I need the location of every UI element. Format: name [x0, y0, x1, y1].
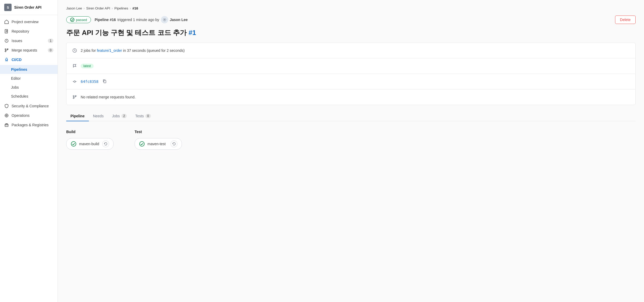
stage-test-label: Test — [135, 130, 182, 134]
info-row-jobs: 2 jobs for feature/1_order in 37 seconds… — [67, 43, 635, 58]
stage-test: Test maven-test — [135, 130, 182, 150]
sidebar-item-label: Pipelines — [11, 67, 53, 72]
svg-point-6 — [6, 115, 7, 116]
sidebar-item-operations[interactable]: Operations — [0, 111, 58, 120]
svg-point-11 — [164, 19, 165, 20]
svg-point-15 — [73, 95, 74, 97]
job-retry-button[interactable] — [102, 140, 109, 147]
svg-point-3 — [5, 51, 6, 52]
job-maven-build-label: maven-build — [79, 142, 100, 146]
sidebar-item-label: Issues — [12, 39, 45, 43]
job-maven-test[interactable]: maven-test — [135, 138, 182, 150]
sidebar-item-label: Repository — [12, 29, 53, 33]
job-retry-button-2[interactable] — [171, 140, 177, 147]
issue-number[interactable]: #1 — [188, 29, 196, 37]
page-title-text: 주문 API 기능 구현 및 테스트 코드 추가 — [66, 29, 187, 37]
sidebar-item-repository[interactable]: Repository — [0, 27, 58, 36]
sidebar-item-issues[interactable]: Issues 1 — [0, 36, 58, 46]
sidebar-item-editor[interactable]: Editor — [0, 74, 58, 83]
breadcrumb-pipelines[interactable]: Pipelines — [114, 6, 128, 10]
home-icon — [4, 19, 9, 24]
delete-button[interactable]: Delete — [615, 16, 636, 24]
svg-point-2 — [5, 49, 6, 50]
stage-build: Build maven-build — [66, 130, 114, 150]
sidebar: S Siren Order API Project overview Repos… — [0, 0, 58, 302]
sidebar-item-label: Merge requests — [12, 48, 45, 52]
branch-link[interactable]: feature/1_order — [97, 48, 122, 53]
job-status-passed-icon — [71, 141, 76, 147]
tab-jobs-label: Jobs — [112, 114, 120, 118]
issues-icon — [4, 38, 9, 43]
svg-point-13 — [74, 81, 75, 82]
tab-tests[interactable]: Tests 0 — [131, 111, 155, 121]
sidebar-item-packages-registries[interactable]: Packages & Registries — [0, 120, 58, 130]
job-maven-build[interactable]: maven-build — [66, 138, 114, 150]
tab-needs-label: Needs — [93, 114, 104, 118]
copy-hash-button[interactable] — [101, 79, 108, 84]
latest-badge: latest — [81, 64, 94, 68]
package-icon — [4, 123, 9, 127]
rocket-icon — [4, 57, 9, 62]
svg-rect-7 — [5, 124, 8, 127]
tab-tests-label: Tests — [135, 114, 144, 118]
tab-tests-badge: 0 — [145, 114, 151, 118]
project-avatar: S — [4, 4, 12, 11]
merge-requests-icon — [72, 94, 78, 100]
sidebar-item-cicd[interactable]: CI/CD — [0, 55, 58, 64]
pipeline-id: Pipeline #16 — [95, 18, 116, 22]
sidebar-item-label: Schedules — [11, 94, 53, 98]
info-card: 2 jobs for feature/1_order in 37 seconds… — [66, 43, 636, 105]
svg-rect-14 — [104, 80, 106, 83]
breadcrumb-sep-2: › — [112, 7, 113, 10]
sidebar-item-label: Jobs — [11, 85, 53, 89]
sidebar-item-label: Project overview — [12, 20, 53, 24]
clock-icon — [72, 48, 78, 53]
status-badge-label: passed — [76, 18, 87, 22]
issues-badge: 1 — [48, 39, 53, 43]
sidebar-item-schedules[interactable]: Schedules — [0, 92, 58, 101]
breadcrumb-sep-3: › — [130, 7, 131, 10]
ops-icon — [4, 113, 9, 118]
stage-build-label: Build — [66, 130, 114, 134]
tab-needs[interactable]: Needs — [89, 111, 108, 121]
sidebar-item-pipelines[interactable]: Pipelines — [0, 65, 58, 74]
status-info: Pipeline #16 triggered 1 minute ago by J… — [95, 16, 188, 23]
breadcrumb-jason-lee[interactable]: Jason Lee — [66, 6, 82, 10]
sidebar-item-label: Packages & Registries — [12, 123, 53, 127]
info-row-latest: latest — [67, 58, 635, 74]
tabs: Pipeline Needs Jobs 2 Tests 0 — [66, 111, 636, 121]
sidebar-item-project-overview[interactable]: Project overview — [0, 17, 58, 27]
tab-jobs[interactable]: Jobs 2 — [108, 111, 131, 121]
svg-point-18 — [71, 142, 76, 146]
sidebar-nav: Project overview Repository Issues 1 — [0, 15, 58, 302]
breadcrumb-siren-order-api[interactable]: Siren Order API — [86, 6, 110, 10]
svg-point-19 — [140, 142, 144, 146]
sidebar-item-label: CI/CD — [12, 58, 53, 62]
svg-point-16 — [73, 98, 74, 99]
cicd-sub-group: Pipelines Editor Jobs Schedules — [0, 64, 58, 101]
info-row-merge: No related merge requests found. — [67, 89, 635, 105]
commit-icon — [72, 79, 78, 84]
trigger-avatar — [161, 16, 168, 23]
commit-hash-link[interactable]: 64fc8358 — [81, 79, 98, 84]
flag-icon — [72, 63, 78, 69]
sidebar-item-jobs[interactable]: Jobs — [0, 83, 58, 92]
file-icon — [4, 29, 9, 34]
status-badge-passed: passed — [66, 16, 91, 23]
sidebar-item-label: Editor — [11, 76, 53, 80]
status-bar: passed Pipeline #16 triggered 1 minute a… — [66, 16, 636, 24]
main-content: Jason Lee › Siren Order API › Pipelines … — [58, 0, 644, 302]
page-title: 주문 API 기능 구현 및 테스트 코드 추가 #1 — [66, 28, 636, 37]
sidebar-item-label: Security & Compliance — [12, 104, 53, 108]
job-status-passed-icon-2 — [139, 141, 145, 147]
info-row-commit: 64fc8358 — [67, 74, 635, 89]
triggered-text: triggered 1 minute ago by — [117, 18, 159, 22]
tab-pipeline[interactable]: Pipeline — [66, 111, 89, 121]
sidebar-item-merge-requests[interactable]: Merge requests 0 — [0, 46, 58, 55]
duration-text: in 37 seconds (queued for 2 seconds) — [123, 48, 185, 53]
sidebar-header: S Siren Order API — [0, 0, 58, 15]
pipeline-stages: Build maven-build Test — [66, 128, 636, 152]
sidebar-item-label: Operations — [12, 113, 53, 118]
sidebar-item-security-compliance[interactable]: Security & Compliance — [0, 101, 58, 111]
shield-icon — [4, 104, 9, 108]
